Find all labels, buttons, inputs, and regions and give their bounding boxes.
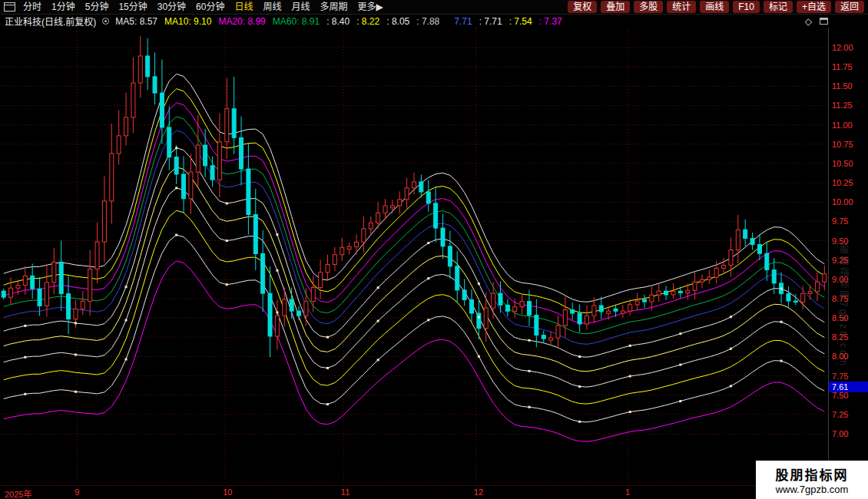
- menu-item-多周期[interactable]: 多周期: [320, 0, 348, 14]
- band-marker: [730, 385, 732, 387]
- menu-item-周线[interactable]: 周线: [263, 0, 281, 14]
- candle-body: [110, 154, 114, 201]
- candle-body: [744, 230, 747, 238]
- menu-item-月线[interactable]: 月线: [292, 0, 310, 14]
- candle-body: [146, 56, 150, 77]
- toolbar-button-多股[interactable]: 多股: [634, 1, 663, 13]
- candle-body: [434, 203, 438, 228]
- indicator-value: : 7.54: [509, 16, 532, 27]
- candle-body: [542, 335, 545, 339]
- window-icon[interactable]: [820, 18, 828, 25]
- candle-body: [664, 291, 668, 295]
- toolbar-button-统计[interactable]: 统计: [667, 1, 696, 13]
- candle-body: [131, 83, 135, 117]
- candlestick-chart[interactable]: [0, 28, 828, 485]
- candle-body: [657, 291, 661, 295]
- candle-body: [275, 316, 279, 336]
- band-marker: [125, 286, 128, 288]
- band-marker: [175, 234, 177, 236]
- candle-body: [189, 172, 193, 199]
- price-axis-label: 8.00: [832, 352, 848, 361]
- toolbar-button-+自选[interactable]: +自选: [797, 1, 831, 13]
- price-axis-label: 10.00: [832, 197, 853, 207]
- band-marker: [276, 312, 278, 314]
- band-marker: [226, 240, 228, 242]
- band-marker: [75, 354, 77, 356]
- price-axis: 12.0011.7511.5011.2511.0010.7510.5010.25…: [828, 28, 868, 485]
- candle-body: [412, 182, 416, 188]
- band-marker: [730, 316, 732, 318]
- indicator-value: MA60: 8.91: [273, 16, 320, 27]
- candle-body: [362, 229, 366, 242]
- candle-body: [124, 117, 128, 136]
- diamond-icon[interactable]: ◇: [805, 16, 812, 27]
- band-marker: [780, 321, 783, 323]
- candle-body: [52, 262, 56, 283]
- candle-body: [714, 268, 718, 277]
- candle-body: [765, 253, 769, 269]
- candle-body: [398, 200, 402, 206]
- candle-body: [642, 299, 646, 302]
- candle-body: [225, 109, 229, 142]
- candle-body: [492, 293, 495, 308]
- band-marker: [75, 322, 77, 324]
- candle-body: [174, 157, 178, 174]
- candle-body: [614, 309, 618, 311]
- candle-body: [117, 136, 121, 154]
- candle-body: [88, 269, 92, 301]
- candle-body: [700, 279, 704, 282]
- watermark-title: 股朋指标网: [756, 464, 868, 484]
- menu-item-30分钟[interactable]: 30分钟: [157, 0, 186, 14]
- date-axis-month: 12: [474, 487, 483, 497]
- band-marker: [679, 332, 681, 335]
- menu-item-1分钟[interactable]: 1分钟: [51, 0, 75, 14]
- price-axis-label: 9.75: [832, 216, 848, 226]
- band-marker: [175, 187, 177, 189]
- toolbar-button-叠加[interactable]: 叠加: [601, 1, 630, 13]
- menu-item-15分钟[interactable]: 15分钟: [118, 0, 147, 14]
- stock-title[interactable]: 正业科技(日线.前复权): [5, 15, 96, 28]
- toolbar-button-F10[interactable]: F10: [733, 1, 760, 13]
- band-marker: [780, 360, 783, 362]
- top-menu-bar: 分时1分钟5分钟15分钟30分钟60分钟日线周线月线多周期更多▶ 复权叠加多股统…: [0, 0, 868, 15]
- candle-body: [182, 174, 186, 199]
- indicator-value: MA20: 8.99: [218, 16, 265, 27]
- menu-item-5分钟[interactable]: 5分钟: [85, 0, 109, 14]
- candle-body: [240, 137, 244, 169]
- menu-item-更多▶[interactable]: 更多▶: [358, 0, 383, 14]
- price-axis-label: 8.25: [832, 332, 848, 342]
- price-axis-label: 9.25: [832, 256, 848, 265]
- candle-body: [793, 301, 797, 302]
- band-marker: [24, 356, 26, 359]
- candle-body: [67, 294, 71, 319]
- band-marker: [24, 393, 26, 395]
- price-axis-label: 7.75: [832, 372, 848, 381]
- candle-body: [823, 274, 827, 282]
- menu-item-日线[interactable]: 日线: [234, 0, 253, 14]
- menu-item-分时[interactable]: 分时: [23, 0, 41, 14]
- candle-body: [722, 266, 726, 269]
- toolbar-button-画线[interactable]: 画线: [700, 1, 729, 13]
- band-marker: [629, 411, 631, 413]
- app-window-icon[interactable]: [4, 2, 15, 12]
- band-marker: [478, 355, 480, 358]
- toolbar-button-标记[interactable]: 标记: [764, 1, 793, 13]
- candle-body: [261, 253, 265, 293]
- band-marker: [276, 233, 278, 236]
- candle-body: [592, 306, 596, 316]
- price-axis-label: 8.75: [832, 294, 848, 303]
- band-marker: [125, 358, 128, 360]
- candle-body: [801, 293, 805, 302]
- candle-body: [319, 273, 323, 288]
- watermark-url: www.7gpzb.com: [756, 484, 868, 495]
- band-marker: [578, 421, 581, 423]
- menu-item-60分钟[interactable]: 60分钟: [196, 0, 224, 14]
- toolbar-button-返回[interactable]: 返回: [835, 1, 864, 13]
- candle-body: [74, 309, 78, 319]
- price-axis-label: 11.25: [832, 101, 853, 110]
- band-marker: [75, 391, 77, 393]
- candle-body: [693, 282, 697, 290]
- band-marker: [427, 242, 429, 244]
- toolbar-button-复权[interactable]: 复权: [568, 1, 597, 13]
- band-marker: [326, 336, 329, 339]
